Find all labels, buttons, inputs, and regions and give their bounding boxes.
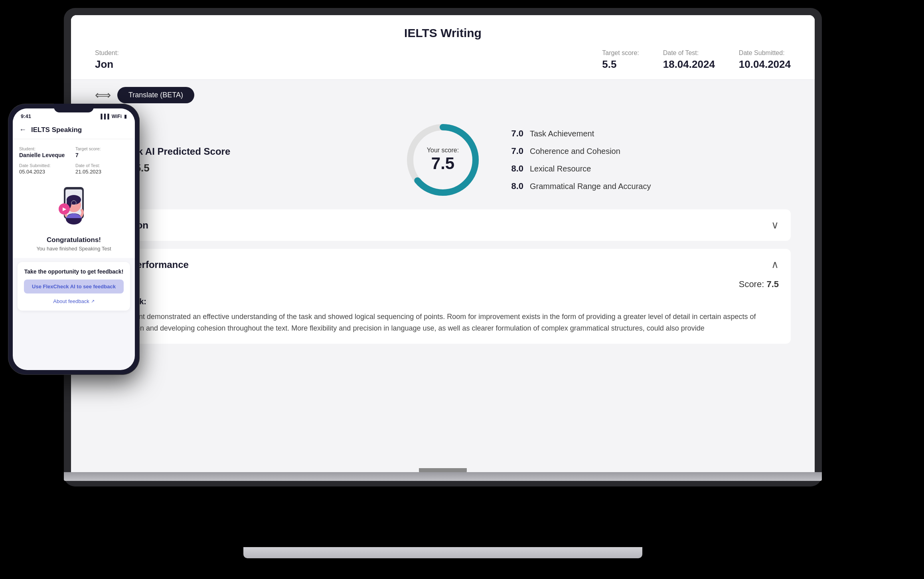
performance-content: Overall Score: 7.5 Feedback: The student… [107,279,779,334]
cta-box: Take the opportunity to get feedback! Us… [18,262,130,311]
laptop: IELTS Writing Student: Jon Target score:… [64,8,822,558]
phone-student-field: Student: Danielle Leveque [19,145,72,158]
laptop-screen-frame: IELTS Writing Student: Jon Target score:… [64,8,822,486]
phone-student-label: Student: [19,146,36,151]
phone-test-date-value: 21.05.2023 [75,169,128,175]
student-name: Jon [95,58,119,71]
date-submitted-value: 10.04.2024 [739,58,791,71]
performance-accordion[interactable]: Your performance ∧ Overall Score: 7.5 Fe… [95,249,791,344]
play-button-overlay[interactable]: ▶ [59,203,70,215]
target-score-label: Target score: [602,49,639,57]
question-accordion[interactable]: Question ∨ [95,209,791,241]
wifi-icon: WiFi [112,114,122,119]
breakdown-name-4: Grammatical Range and Accuracy [530,182,651,191]
phone-notch-inner [54,108,94,112]
breakdown-score-3: 8.0 [507,163,523,174]
scores-section: FlexCheck AI Predicted Score Target: 5.5 [71,110,815,209]
question-accordion-header[interactable]: Question ∨ [107,219,779,231]
phone-target-value: 7 [75,152,128,158]
performance-accordion-header[interactable]: Your performance ∧ [107,258,779,271]
overall-score: Score: 7.5 [739,279,779,290]
feedback-label: Feedback: [107,297,779,306]
person-illustration: ▶ [50,185,98,233]
phone-target-label: Target score: [75,146,101,151]
phone-submitted-field: Date Submitted: 05.04.2023 [19,161,72,175]
web-app: IELTS Writing Student: Jon Target score:… [71,15,815,479]
page-title: IELTS Writing [95,26,791,40]
phone-test-date-field: Date of Test: 21.05.2023 [75,161,128,175]
breakdown-name-1: Task Achievement [530,129,594,138]
phone-status-icons: ▐▐▐ WiFi ▮ [99,114,127,119]
phone-target-field: Target score: 7 [75,145,128,158]
phone-header: ← IELTS Speaking [13,121,135,139]
student-field: Student: Jon [95,49,119,71]
target-score-field: Target score: 5.5 [602,49,639,71]
score-breakdown: 7.0 Task Achievement 7.0 Coherence and C… [507,128,791,191]
cta-text: Take the opportunity to get feedback! [24,268,124,275]
back-button[interactable]: ← [19,126,26,134]
score-circle-text: Your score: 7.5 [427,147,459,173]
date-of-test-label: Date of Test: [663,49,715,57]
phone-meta: Student: Danielle Leveque Target score: … [13,139,135,179]
phone-student-name: Danielle Leveque [19,152,72,158]
performance-chevron-icon: ∧ [771,258,779,271]
laptop-screen: IELTS Writing Student: Jon Target score:… [71,15,815,479]
phone-submitted-label: Date Submitted: [19,163,51,168]
breakdown-name-2: Coherence and Cohesion [530,147,620,156]
laptop-hinge [64,472,822,481]
breakdown-item-2: 7.0 Coherence and Cohesion [507,146,791,156]
phone-app-title: IELTS Speaking [31,126,82,134]
phone-submitted-value: 05.04.2023 [19,169,72,175]
phone: 9:41 ▐▐▐ WiFi ▮ ← IELTS Speaking Student… [8,104,140,375]
date-of-test-field: Date of Test: 18.04.2024 [663,49,715,71]
score-circle: Your score: 7.5 [403,120,483,200]
translate-bar: ⟺ Translate (BETA) [71,80,815,110]
phone-status-bar: 9:41 ▐▐▐ WiFi ▮ [13,108,135,121]
feedback-text: The student demonstrated an effective un… [107,311,779,334]
phone-illustration-area: ▶ Congratulations! You have finished Spe… [13,179,135,258]
about-feedback-link[interactable]: About feedback [53,298,94,304]
question-chevron-icon: ∨ [771,219,779,231]
translate-icon: ⟺ [95,89,111,102]
date-of-test-value: 18.04.2024 [663,58,715,71]
breakdown-item-4: 8.0 Grammatical Range and Accuracy [507,181,791,191]
laptop-base [243,547,642,558]
date-submitted-label: Date Submitted: [739,49,791,57]
web-header: IELTS Writing Student: Jon Target score:… [71,15,815,80]
your-score-label: Your score: [427,147,459,154]
phone-test-date-label: Date of Test: [75,163,100,168]
overall-row: Overall Score: 7.5 [107,279,779,290]
signal-icon: ▐▐▐ [99,114,109,119]
breakdown-score-1: 7.0 [507,128,523,139]
congratulations-title: Congratulations! [47,236,101,244]
congratulations-subtitle: You have finished Speaking Test [36,246,111,252]
breakdown-name-3: Lexical Resource [530,164,591,173]
breakdown-score-4: 8.0 [507,181,523,191]
target-score-value: 5.5 [602,58,639,71]
use-flexcheck-button[interactable]: Use FlexCheck AI to see feedback [24,280,124,293]
phone-time: 9:41 [21,113,31,119]
translate-button[interactable]: Translate (BETA) [117,87,194,103]
meta-fields-right: Target score: 5.5 Date of Test: 18.04.20… [602,49,791,71]
breakdown-score-2: 7.0 [507,146,523,156]
your-score-value: 7.5 [427,154,459,173]
student-label: Student: [95,49,119,57]
battery-icon: ▮ [124,114,127,119]
breakdown-item-1: 7.0 Task Achievement [507,128,791,139]
phone-screen: 9:41 ▐▐▐ WiFi ▮ ← IELTS Speaking Student… [13,108,135,370]
breakdown-item-3: 8.0 Lexical Resource [507,163,791,174]
date-submitted-field: Date Submitted: 10.04.2024 [739,49,791,71]
header-meta: Student: Jon Target score: 5.5 Date of T… [95,49,791,71]
